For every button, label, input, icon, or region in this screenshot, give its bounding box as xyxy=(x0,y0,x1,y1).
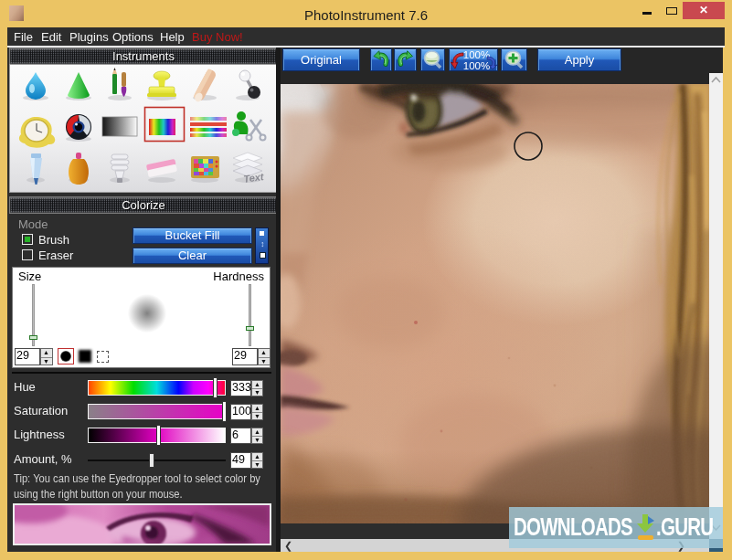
svg-text:Text: Text xyxy=(243,171,266,185)
